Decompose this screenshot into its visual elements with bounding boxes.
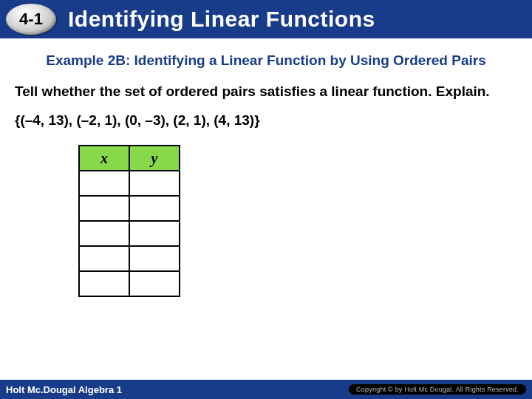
ordered-pairs-set: {(–4, 13), (–2, 1), (0, –3), (2, 1), (4,…	[12, 112, 520, 129]
cell-x	[79, 246, 129, 271]
cell-y	[129, 171, 180, 196]
cell-x	[79, 171, 129, 196]
cell-y	[129, 221, 180, 246]
cell-y	[129, 246, 180, 271]
cell-x	[79, 221, 129, 246]
example-heading: Example 2B: Identifying a Linear Functio…	[12, 52, 520, 69]
slide-header: 4-1 Identifying Linear Functions	[0, 0, 532, 38]
xy-table: x y	[78, 145, 180, 297]
table-row	[79, 221, 180, 246]
cell-x	[79, 271, 129, 296]
table-header-row: x y	[79, 146, 180, 171]
column-header-y: y	[129, 146, 180, 171]
publisher-text: Holt Mc.Dougal Algebra 1	[6, 384, 122, 395]
column-header-x: x	[79, 146, 129, 171]
table-row	[79, 246, 180, 271]
table-row	[79, 171, 180, 196]
slide-content: Example 2B: Identifying a Linear Functio…	[0, 38, 532, 297]
copyright-text: Copyright © by Holt Mc Dougal. All Right…	[349, 384, 526, 395]
slide-title: Identifying Linear Functions	[68, 7, 375, 32]
slide-footer: Holt Mc.Dougal Algebra 1 Copyright © by …	[0, 380, 532, 399]
cell-x	[79, 196, 129, 221]
cell-y	[129, 196, 180, 221]
instruction-text: Tell whether the set of ordered pairs sa…	[12, 83, 520, 101]
table-row	[79, 196, 180, 221]
section-number-badge: 4-1	[6, 4, 56, 35]
table-row	[79, 271, 180, 296]
cell-y	[129, 271, 180, 296]
